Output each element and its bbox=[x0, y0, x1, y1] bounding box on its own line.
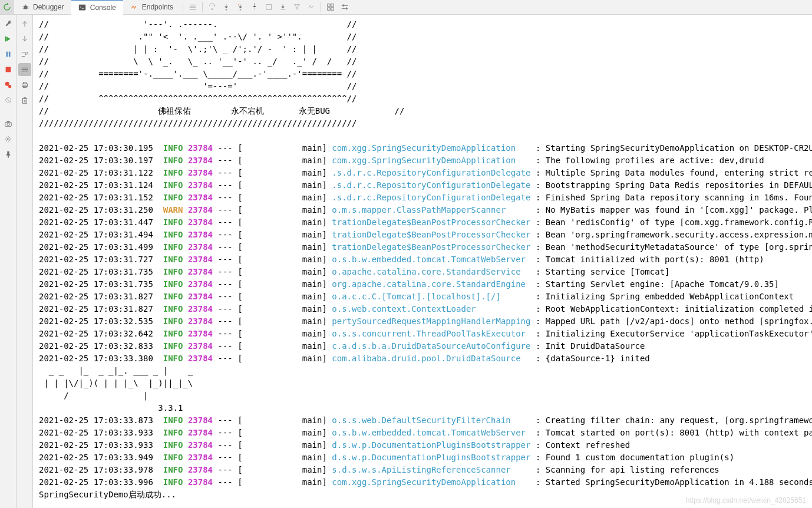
mute-breakpoints-button[interactable] bbox=[2, 94, 15, 107]
scroll-up-button[interactable] bbox=[18, 17, 31, 30]
scroll-to-end-button[interactable] bbox=[18, 63, 31, 76]
separator bbox=[202, 2, 203, 12]
terminal-icon bbox=[78, 4, 87, 12]
step-into-button[interactable] bbox=[219, 0, 233, 14]
pin-button[interactable] bbox=[2, 148, 15, 161]
tab-endpoints[interactable]: Endpoints bbox=[123, 0, 180, 15]
drop-frame-button[interactable] bbox=[262, 0, 276, 14]
svg-point-4 bbox=[240, 9, 242, 11]
tools-button[interactable] bbox=[2, 17, 15, 30]
svg-rect-1 bbox=[79, 5, 85, 11]
layout-button[interactable] bbox=[186, 0, 200, 14]
grid-button[interactable] bbox=[324, 0, 338, 14]
separator bbox=[321, 2, 321, 12]
breakpoints-button[interactable] bbox=[2, 78, 15, 91]
svg-point-0 bbox=[24, 5, 28, 9]
tab-label: Endpoints bbox=[142, 3, 173, 11]
svg-point-3 bbox=[226, 9, 227, 11]
tab-console[interactable]: Console bbox=[71, 0, 123, 15]
clear-button[interactable] bbox=[18, 94, 31, 107]
settings-button[interactable] bbox=[338, 0, 352, 14]
console-gutter bbox=[16, 15, 33, 508]
step-out-button[interactable] bbox=[247, 0, 262, 14]
run-to-cursor-button[interactable] bbox=[276, 0, 290, 14]
bug-icon bbox=[21, 3, 29, 11]
gear-button[interactable] bbox=[2, 133, 15, 146]
toolbar: Debugger Console Endpoints bbox=[0, 0, 812, 15]
svg-rect-23 bbox=[23, 83, 26, 84]
console-output[interactable]: // '---'. .------. // // ."" '< '. .___'… bbox=[33, 15, 812, 508]
svg-rect-8 bbox=[331, 4, 334, 6]
pause-button[interactable] bbox=[2, 48, 15, 61]
svg-rect-13 bbox=[8, 52, 10, 57]
svg-point-2 bbox=[212, 8, 213, 10]
watermark: https://blog.csdn.net/weixin_42825651 bbox=[686, 496, 806, 504]
svg-rect-7 bbox=[328, 4, 330, 6]
force-step-into-button[interactable] bbox=[233, 0, 247, 14]
svg-rect-20 bbox=[6, 121, 9, 123]
svg-point-21 bbox=[7, 138, 9, 140]
svg-rect-14 bbox=[5, 67, 11, 72]
scroll-down-button[interactable] bbox=[18, 32, 31, 45]
soft-wrap-button[interactable] bbox=[18, 48, 31, 61]
svg-rect-6 bbox=[266, 5, 272, 10]
svg-rect-11 bbox=[5, 37, 5, 42]
camera-button[interactable] bbox=[2, 117, 15, 130]
svg-rect-12 bbox=[6, 52, 8, 57]
tab-label: Debugger bbox=[33, 3, 64, 11]
endpoints-icon bbox=[130, 3, 138, 11]
svg-point-16 bbox=[8, 85, 11, 88]
svg-point-5 bbox=[254, 3, 256, 5]
rerun-button[interactable] bbox=[0, 0, 14, 14]
print-button[interactable] bbox=[18, 78, 31, 91]
separator bbox=[183, 2, 183, 12]
svg-rect-10 bbox=[331, 8, 334, 10]
main-area: // '---'. .------. // // ."" '< '. .___'… bbox=[0, 15, 812, 508]
evaluate-button[interactable] bbox=[290, 0, 304, 14]
svg-rect-9 bbox=[328, 8, 330, 10]
resume-button[interactable] bbox=[2, 32, 15, 45]
step-over-button[interactable] bbox=[205, 0, 219, 14]
svg-rect-25 bbox=[22, 98, 27, 103]
trace-button[interactable] bbox=[304, 0, 318, 14]
tab-debugger[interactable]: Debugger bbox=[14, 0, 71, 15]
tab-label: Console bbox=[90, 4, 116, 12]
left-sidebar bbox=[0, 15, 16, 508]
svg-point-15 bbox=[5, 82, 9, 86]
svg-point-19 bbox=[6, 123, 9, 126]
stop-button[interactable] bbox=[2, 63, 15, 76]
